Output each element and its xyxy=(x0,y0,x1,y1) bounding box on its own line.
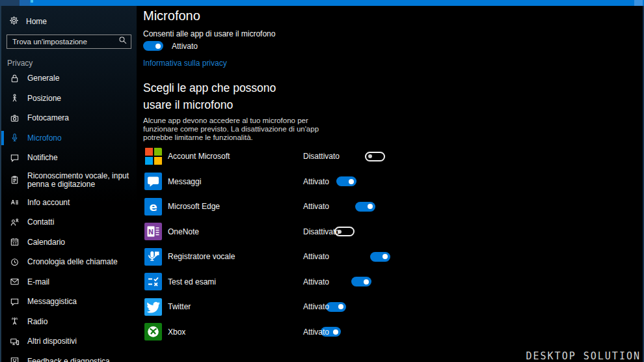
sidebar-section-label: Privacy xyxy=(7,59,137,68)
privacy-nav: Generale Posizione Fotocamera xyxy=(1,68,137,362)
toggle-registratore-vocale[interactable] xyxy=(370,252,390,262)
sidebar-item-microfono[interactable]: Microfono xyxy=(1,128,137,148)
sidebar-item-email[interactable]: E-mail xyxy=(1,272,137,292)
app-row-twitter: Twitter Attivato xyxy=(143,294,507,320)
email-icon xyxy=(9,277,20,286)
twitter-bird-icon xyxy=(144,298,162,316)
sidebar-item-messaggistica[interactable]: Messaggistica xyxy=(1,292,137,312)
voice-recorder-icon xyxy=(144,248,162,266)
master-toggle-state: Attivato xyxy=(172,42,198,51)
sidebar-item-posizione[interactable]: Posizione xyxy=(1,89,137,109)
sidebar-item-altri-dispositivi[interactable]: Altri dispositivi xyxy=(1,331,137,352)
desktop-solution-watermark: DESKTOP SOLUTION xyxy=(526,350,641,362)
sidebar-item-radio[interactable]: Radio xyxy=(1,312,137,332)
page-title: Microfono xyxy=(143,8,200,23)
calendar-icon xyxy=(9,237,20,247)
xbox-sphere-icon xyxy=(144,323,162,341)
call-history-icon xyxy=(9,257,20,267)
home-label: Home xyxy=(26,17,47,26)
settings-search-box[interactable] xyxy=(7,35,131,49)
apps-section-heading: Scegli le app che possono usare il micro… xyxy=(143,79,307,113)
search-icon[interactable] xyxy=(118,36,127,48)
titlebar-app-icon xyxy=(31,0,33,3)
app-row-registratore-vocale: Registratore vocale Attivato xyxy=(143,244,507,270)
titlebar-mid-segment xyxy=(20,0,30,6)
sidebar-item-contatti[interactable]: Contatti xyxy=(1,212,137,232)
feedback-smiley-icon xyxy=(9,356,20,362)
app-row-account-microsoft: Account Microsoft Disattivato xyxy=(143,144,507,169)
edge-icon: e xyxy=(144,198,162,216)
account-info-icon xyxy=(9,197,20,207)
toggle-microsoft-edge[interactable] xyxy=(355,202,375,212)
contacts-icon xyxy=(9,217,20,227)
onenote-icon: N xyxy=(144,223,162,240)
other-devices-icon xyxy=(9,337,20,346)
apps-permission-list: Account Microsoft Disattivato Messaggi A… xyxy=(143,144,507,344)
app-row-test-ed-esami: Test ed esami Attivato xyxy=(143,270,507,295)
app-row-onenote: N OneNote Disattivato xyxy=(143,219,507,245)
titlebar-dark-segment xyxy=(0,0,20,6)
toggle-messaggi[interactable] xyxy=(336,176,356,186)
microsoft-logo-icon xyxy=(144,148,162,165)
privacy-statement-link[interactable]: Informativa sulla privacy xyxy=(143,59,227,68)
location-person-icon xyxy=(9,93,20,103)
master-toggle-row: Attivato xyxy=(143,41,198,51)
gear-icon xyxy=(9,16,19,27)
master-toggle[interactable] xyxy=(143,41,163,51)
lock-icon xyxy=(9,74,20,83)
app-row-xbox: Xbox Attivato xyxy=(143,320,507,345)
radio-icon xyxy=(9,316,20,326)
sidebar-item-notifiche[interactable]: Notifiche xyxy=(1,148,137,168)
notifications-icon xyxy=(9,153,20,163)
app-row-messaggi: Messaggi Attivato xyxy=(143,169,507,195)
microphone-icon xyxy=(9,133,20,143)
search-input[interactable] xyxy=(11,37,118,46)
toggle-test-ed-esami[interactable] xyxy=(351,277,371,286)
messaging-app-icon xyxy=(144,173,162,190)
title-bar[interactable] xyxy=(0,0,644,6)
app-row-microsoft-edge: e Microsoft Edge Attivato xyxy=(143,194,507,219)
svg-text:e: e xyxy=(149,199,157,213)
sidebar-item-generale[interactable]: Generale xyxy=(1,68,137,89)
sidebar-item-info-account[interactable]: Info account xyxy=(1,193,137,213)
toggle-account-microsoft[interactable] xyxy=(365,152,385,161)
chat-bubble-icon xyxy=(9,297,20,307)
settings-window: Home Privacy Generale xyxy=(0,0,644,362)
sidebar-item-feedback[interactable]: Feedback e diagnostica xyxy=(1,352,137,362)
svg-text:N: N xyxy=(148,229,154,236)
sidebar-item-home[interactable]: Home xyxy=(1,6,137,29)
sidebar-item-fotocamera[interactable]: Fotocamera xyxy=(1,108,137,128)
camera-icon xyxy=(9,113,20,123)
apps-section-description: Alcune app devono accedere al tuo microf… xyxy=(143,117,338,142)
clipboard-icon xyxy=(9,175,20,185)
sidebar-item-riconoscimento-vocale[interactable]: Riconoscimento vocale, input penna e dig… xyxy=(1,168,137,193)
settings-sidebar: Home Privacy Generale xyxy=(1,6,137,362)
master-toggle-label: Consenti alle app di usare il microfono xyxy=(143,29,275,38)
sidebar-item-cronologia-chiamate[interactable]: Cronologia delle chiamate xyxy=(1,252,137,272)
titlebar-right-segment xyxy=(634,0,643,6)
sidebar-item-calendario[interactable]: Calendario xyxy=(1,232,137,253)
take-a-test-icon xyxy=(144,273,162,290)
